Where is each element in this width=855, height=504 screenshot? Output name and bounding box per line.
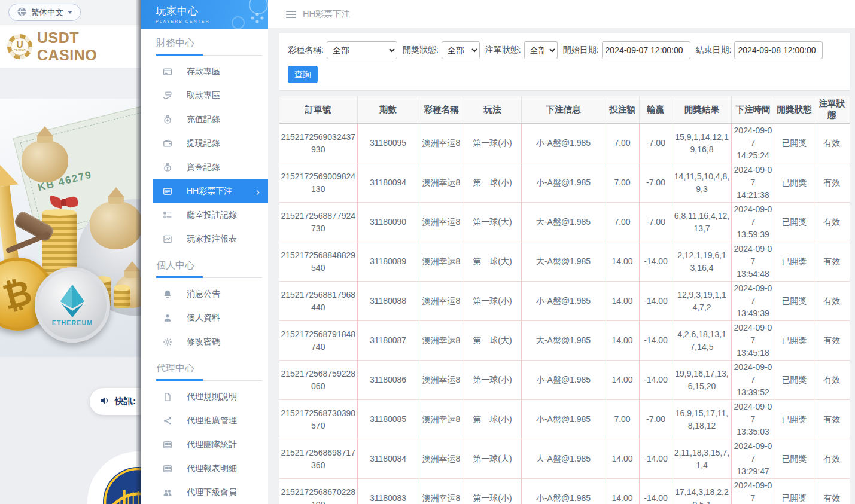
col-order-status: 注單狀態 xyxy=(814,96,850,123)
cell-lottery-name: 澳洲幸运8 xyxy=(419,439,464,479)
cell-draw-result: 4,2,6,18,13,17,14,5 xyxy=(673,321,731,361)
filter-start-date: 開始日期: xyxy=(563,41,690,59)
person-icon xyxy=(163,313,173,323)
cell-bet-amount: 7.00 xyxy=(606,203,639,242)
query-button[interactable]: 查詢 xyxy=(288,66,318,83)
sidebar-item-withdraw-area[interactable]: 取款專區 xyxy=(141,84,268,108)
cell-bet-info: 小-A盤@1.985 xyxy=(521,400,606,439)
lottery-name-select[interactable]: 全部 xyxy=(327,41,397,59)
cell-order-no: 2152172568848829540 xyxy=(279,242,357,282)
col-bet-time: 下注時間 xyxy=(731,96,775,123)
sidebar-item-room-bet-records[interactable]: 廳室投註記錄 xyxy=(141,203,268,227)
cell-lottery-name: 澳洲幸运8 xyxy=(419,242,464,282)
sidebar-item-recharge-records[interactable]: 充值記錄 xyxy=(141,108,268,132)
sidebar-item-announcements[interactable]: 消息公告 xyxy=(141,282,268,306)
cell-win-loss: -14.00 xyxy=(639,242,673,282)
language-selector[interactable]: 繁体中文 xyxy=(8,4,81,21)
sidebar-item-label: 代理報表明細 xyxy=(187,463,237,474)
cell-play-type: 第一球(大) xyxy=(464,242,521,282)
order-status-select[interactable]: 全部 xyxy=(524,41,558,59)
cell-win-loss: -7.00 xyxy=(639,400,673,439)
sidebar-section-title: 財務中心 xyxy=(156,37,268,50)
cell-order-no: 2152172569009824130 xyxy=(279,163,357,203)
table-row: 215217256887792473031180090澳洲幸运8第一球(大)大-… xyxy=(279,203,850,242)
cell-draw-status: 已開獎 xyxy=(775,203,814,242)
col-draw-status: 開獎狀態 xyxy=(775,96,814,123)
cell-order-status: 有效 xyxy=(814,321,850,361)
gear-icon xyxy=(163,337,173,347)
withdrawal-record-icon xyxy=(163,139,173,149)
cell-win-loss: -14.00 xyxy=(639,321,673,361)
sidebar-item-agent-team-stats[interactable]: 代理團隊統計 xyxy=(141,433,268,457)
cell-draw-result: 6,8,11,16,4,12,13,7 xyxy=(673,203,731,242)
cell-draw-status: 已開獎 xyxy=(775,400,814,439)
cell-period: 31180085 xyxy=(357,400,419,439)
cell-bet-info: 大-A盤@1.985 xyxy=(521,321,606,361)
cell-win-loss: -14.00 xyxy=(639,439,673,479)
globe-icon xyxy=(17,7,27,19)
draw-status-select[interactable]: 全部 xyxy=(442,41,480,59)
cell-lottery-name: 澳洲幸运8 xyxy=(419,361,464,400)
filter-order-status: 注單狀態:全部 xyxy=(485,41,558,59)
cell-period: 31180090 xyxy=(357,203,419,242)
ticker-label: 快訊: xyxy=(115,396,136,407)
brand-logo-text: USDT CASINO xyxy=(37,29,141,64)
ethereum-icon: ETHEREUM xyxy=(35,267,110,343)
cell-draw-status: 已開獎 xyxy=(775,321,814,361)
casino-chip-icon: U CASINO xyxy=(7,34,32,59)
filter-label: 注單狀態: xyxy=(485,45,521,56)
sidebar-item-label: 存款專區 xyxy=(187,66,220,77)
team-stats-icon xyxy=(163,440,173,450)
speaker-icon xyxy=(99,395,110,408)
sidebar-item-hh-lottery-bet[interactable]: HH彩票下注 xyxy=(153,179,268,203)
sidebar-item-agent-report-detail[interactable]: 代理報表明細 xyxy=(141,457,268,481)
sidebar-item-deposit-area[interactable]: 存款專區 xyxy=(141,60,268,84)
cell-order-no: 2152172568817968440 xyxy=(279,282,357,321)
cell-play-type: 第一球(小) xyxy=(464,163,521,203)
cell-bet-time: 2024-09-0713:54:48 xyxy=(731,242,775,282)
cell-bet-time: 2024-09-0713:29:47 xyxy=(731,439,775,479)
bet-records-table-wrap: 訂單號期數彩種名稱玩法下注信息投注額輸贏開獎結果下注時間開獎狀態注單狀態2152… xyxy=(279,96,850,504)
cell-draw-status: 已開獎 xyxy=(775,439,814,479)
cell-lottery-name: 澳洲幸运8 xyxy=(419,400,464,439)
bell-icon xyxy=(163,289,173,300)
cell-bet-time: 2024-09-0713:35:03 xyxy=(731,400,775,439)
sidebar-item-agent-rules[interactable]: 代理規則說明 xyxy=(141,385,268,409)
sidebar-item-label: 消息公告 xyxy=(187,289,220,300)
sidebar-item-label: HH彩票下注 xyxy=(187,186,232,197)
table-row: 215217256873039057031180085澳洲幸运8第一球(小)小-… xyxy=(279,400,850,439)
table-row: 215217256903243793031180095澳洲幸运8第一球(小)小-… xyxy=(279,123,850,163)
brand-header: U CASINO USDT CASINO xyxy=(0,25,141,68)
sidebar-nav: 財務中心存款專區取款專區充值記錄提現記錄資金記錄HH彩票下注廳室投註記錄玩家投注… xyxy=(141,37,268,504)
sidebar-item-funds-records[interactable]: 資金記錄 xyxy=(141,155,268,179)
filter-lottery-name: 彩種名稱:全部 xyxy=(288,41,397,59)
table-row: 215217256879184874031180087澳洲幸运8第一球(大)大-… xyxy=(279,321,850,361)
cell-period: 31180089 xyxy=(357,242,419,282)
cell-draw-status: 已開獎 xyxy=(775,361,814,400)
filter-draw-status: 開獎狀態:全部 xyxy=(403,41,480,59)
sidebar-item-agent-promotion[interactable]: 代理推廣管理 xyxy=(141,409,268,433)
cell-draw-status: 已開獎 xyxy=(775,163,814,203)
sidebar-item-profile[interactable]: 個人資料 xyxy=(141,306,268,330)
sidebar-item-change-password[interactable]: 修改密碼 xyxy=(141,330,268,354)
money-bag-icon xyxy=(22,140,68,182)
cell-lottery-name: 澳洲幸运8 xyxy=(419,203,464,242)
cell-draw-result: 19,9,16,17,13,6,15,20 xyxy=(673,361,731,400)
sidebar-item-withdrawal-records[interactable]: 提現記錄 xyxy=(141,132,268,155)
sidebar-item-agent-members[interactable]: 代理下級會員 xyxy=(141,481,268,504)
col-lottery-name: 彩種名稱 xyxy=(419,96,464,123)
share-icon xyxy=(163,416,173,426)
cell-win-loss: -14.00 xyxy=(639,479,673,504)
start-date-input[interactable] xyxy=(602,41,690,59)
cell-order-no: 2152172568698717360 xyxy=(279,439,357,479)
sidebar-item-player-bet-report[interactable]: 玩家投注報表 xyxy=(141,227,268,251)
menu-toggle-icon[interactable] xyxy=(286,11,296,18)
cell-draw-status: 已開獎 xyxy=(775,479,814,504)
end-date-input[interactable] xyxy=(734,41,823,59)
section-underline xyxy=(156,380,262,381)
cell-order-status: 有效 xyxy=(814,123,850,163)
cell-bet-time: 2024-09-0713:25:02 xyxy=(731,479,775,504)
cell-order-status: 有效 xyxy=(814,479,850,504)
promo-banner: KB 46279 100 ₿ ETHEREUM xyxy=(0,99,141,357)
cell-play-type: 第一球(小) xyxy=(464,400,521,439)
